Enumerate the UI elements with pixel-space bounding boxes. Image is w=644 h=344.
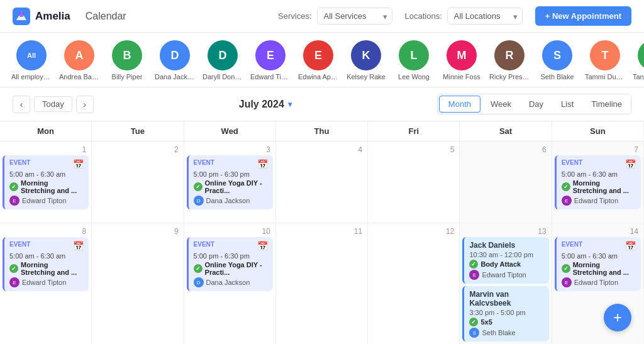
- tab-week[interactable]: Week: [482, 94, 520, 114]
- employee-item-edward[interactable]: EEdward Tipton: [252, 40, 289, 80]
- calendar-toolbar: ‹ Today › July 2024 ▾ Month Week Day Lis…: [0, 87, 644, 121]
- employee-avatar-edwina: E: [303, 40, 333, 70]
- header-sat: Sat: [460, 121, 552, 141]
- new-appointment-button[interactable]: + New Appointment: [535, 6, 631, 26]
- date-3: 3: [187, 144, 273, 155]
- cell-sun-7: 7 Event 📅 5:00 am - 6:30 am ✓ Morning St…: [552, 141, 644, 223]
- cell-mon-1: 1 Event 📅 5:00 am - 6:30 am ✓ Morning St…: [0, 141, 92, 223]
- employee-item-daryll[interactable]: DDaryll Dono...: [204, 40, 242, 80]
- calendar-icon: 📅: [73, 241, 84, 251]
- event-label: Event 📅: [194, 159, 268, 169]
- employee-name-edward: Edward Tipton: [250, 73, 291, 80]
- event-mon-8[interactable]: Event 📅 5:00 am - 6:30 am ✓ Morning Stre…: [3, 237, 89, 291]
- prev-button[interactable]: ‹: [13, 96, 30, 113]
- employee-avatar-dana: D: [160, 40, 190, 70]
- event-employee: E Edward Tipton: [9, 196, 84, 206]
- fab-button[interactable]: +: [604, 304, 631, 331]
- date-12: 12: [370, 226, 457, 237]
- date-8: 8: [3, 226, 89, 237]
- event-employee: E Edward Tipton: [562, 277, 636, 287]
- date-9: 9: [94, 226, 180, 237]
- event-wed-10[interactable]: Event 📅 5:00 pm - 6:30 pm ✓ Online Yoga …: [187, 237, 273, 291]
- date-6: 6: [462, 144, 548, 155]
- day-headers: Mon Tue Wed Thu Fri Sat Sun: [0, 121, 644, 141]
- employee-name-tana: Tana Danson: [633, 73, 644, 80]
- employee-item-dana[interactable]: DDana Jackson: [156, 40, 194, 80]
- tab-list[interactable]: List: [552, 94, 582, 114]
- check-icon: ✓: [194, 182, 203, 191]
- appt-time: 3:30 pm - 5:00 pm: [469, 309, 543, 316]
- cell-wed-10: 10 Event 📅 5:00 pm - 6:30 pm ✓ Online Yo…: [184, 223, 276, 344]
- appointment-jack-daniels[interactable]: Jack Daniels 10:30 am - 12:00 pm ✓ Body …: [462, 237, 548, 284]
- employee-name-edwina: Edwina Appl...: [298, 73, 338, 80]
- appointment-marvin[interactable]: Marvin van Kalcvsbeek 3:30 pm - 5:00 pm …: [462, 286, 548, 341]
- employee-item-andrea[interactable]: AAndrea Barber: [60, 40, 98, 80]
- event-label: Event 📅: [562, 159, 636, 169]
- event-mon-1[interactable]: Event 📅 5:00 am - 6:30 am ✓ Morning Stre…: [3, 155, 89, 209]
- employee-item-seth[interactable]: SSeth Blake: [538, 40, 576, 80]
- appt-service: ✓ 5x5: [469, 318, 543, 326]
- event-time: 5:00 am - 6:30 am: [9, 252, 84, 260]
- event-wed-3[interactable]: Event 📅 5:00 pm - 6:30 pm ✓ Online Yoga …: [187, 155, 273, 209]
- event-employee: D Dana Jackson: [194, 196, 268, 206]
- calendar-icon: 📅: [73, 159, 84, 169]
- services-label: Services:: [278, 11, 311, 21]
- tab-timeline[interactable]: Timeline: [582, 94, 631, 114]
- header-fri: Fri: [368, 121, 460, 141]
- appt-employee: E Edward Tipton: [469, 270, 543, 280]
- cell-fri-5: 5: [368, 141, 460, 223]
- check-icon: ✓: [562, 182, 570, 191]
- employee-item-all[interactable]: AllAll employees: [13, 40, 50, 80]
- event-label: Event 📅: [9, 241, 84, 251]
- calendar-icon: 📅: [625, 159, 636, 169]
- appt-name: Jack Daniels: [469, 241, 543, 250]
- today-button[interactable]: Today: [34, 96, 72, 112]
- logo-text: Amelia: [35, 10, 70, 23]
- employee-strip: AllAll employeesAAndrea BarberBBilly Pip…: [0, 33, 644, 87]
- employee-item-minnie[interactable]: MMinnie Foss: [443, 40, 480, 80]
- event-service: ✓ Morning Stretching and ...: [9, 261, 84, 276]
- employee-name-daryll: Daryll Dono...: [203, 73, 243, 80]
- event-service: ✓ Morning Stretching and ...: [562, 261, 636, 276]
- cell-sat-6: 6: [460, 141, 552, 223]
- cell-thu-11: 11: [276, 223, 368, 344]
- header: Amelia Calendar Services: All Services L…: [0, 0, 644, 33]
- event-service: ✓ Online Yoga DIY - Practi...: [194, 179, 268, 194]
- employee-item-kelsey[interactable]: KKelsey Rake: [347, 40, 385, 80]
- employee-avatar-andrea: A: [64, 40, 94, 70]
- employee-avatar-small: D: [194, 196, 204, 206]
- tab-day[interactable]: Day: [520, 94, 552, 114]
- event-time: 5:00 am - 6:30 am: [9, 170, 84, 178]
- tab-month[interactable]: Month: [439, 96, 480, 113]
- services-select-wrapper[interactable]: All Services: [317, 8, 392, 25]
- event-sun-14[interactable]: Event 📅 5:00 am - 6:30 am ✓ Morning Stre…: [555, 237, 641, 291]
- date-7: 7: [555, 144, 641, 155]
- date-1: 1: [3, 144, 89, 155]
- event-employee: D Dana Jackson: [194, 277, 268, 287]
- services-filter-group: Services: All Services: [278, 8, 392, 25]
- header-wed: Wed: [184, 121, 276, 141]
- event-sun-7[interactable]: Event 📅 5:00 am - 6:30 am ✓ Morning Stre…: [555, 155, 641, 209]
- employee-item-billy[interactable]: BBilly Piper: [108, 40, 146, 80]
- cell-mon-8: 8 Event 📅 5:00 am - 6:30 am ✓ Morning St…: [0, 223, 92, 344]
- check-icon: ✓: [562, 264, 570, 273]
- employee-item-edwina[interactable]: EEdwina Appl...: [299, 40, 337, 80]
- employee-name-minnie: Minnie Foss: [443, 73, 480, 80]
- next-button[interactable]: ›: [76, 96, 94, 113]
- locations-select[interactable]: All Locations: [447, 8, 523, 25]
- employee-item-tana[interactable]: TTana Danson: [634, 40, 644, 80]
- event-service: ✓ Morning Stretching and ...: [562, 179, 636, 194]
- employee-item-ricky[interactable]: RRicky Pressley: [491, 40, 528, 80]
- employee-item-lee[interactable]: LLee Wong: [395, 40, 433, 80]
- employee-avatar-small: S: [469, 328, 479, 338]
- month-dropdown-arrow[interactable]: ▾: [288, 100, 292, 109]
- employee-name-seth: Seth Blake: [540, 73, 574, 80]
- event-time: 5:00 am - 6:30 am: [562, 252, 636, 260]
- locations-select-wrapper[interactable]: All Locations: [447, 8, 523, 25]
- services-select[interactable]: All Services: [317, 8, 392, 25]
- employee-name-all: All employees: [11, 73, 52, 80]
- employee-name-andrea: Andrea Barber: [59, 73, 99, 80]
- check-icon: ✓: [469, 260, 478, 269]
- employee-item-tammi[interactable]: TTammi Dukes: [586, 40, 624, 80]
- date-2: 2: [94, 144, 180, 155]
